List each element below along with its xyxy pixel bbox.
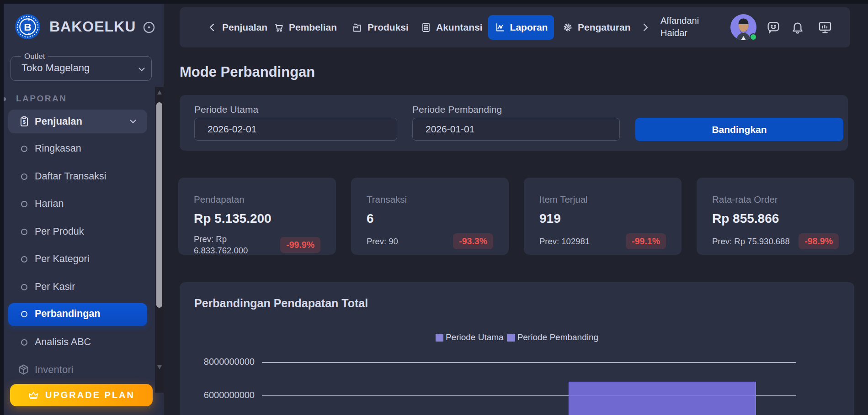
circle-bullet-icon: [21, 256, 27, 263]
sidebar-item-label: Harian: [35, 198, 64, 210]
stat-change-badge: -99.9%: [280, 237, 320, 253]
circle-bullet-icon: [21, 173, 27, 180]
legend-label: Periode Utama: [446, 332, 504, 342]
brand-logo-row: B BAKOELKU: [0, 13, 155, 41]
bar-periode-pembanding: [569, 382, 756, 415]
stat-prev: Prev: Rp 6.833.762.000: [194, 233, 276, 256]
chart-legend: Periode Utama Periode Pembanding: [180, 332, 854, 342]
stat-label: Rata-rata Order: [712, 194, 839, 205]
compare-button[interactable]: Bandingkan: [635, 118, 843, 141]
sidebar-item-analisis-abc[interactable]: Analisis ABC: [8, 331, 147, 353]
sidebar-item-per-produk[interactable]: Per Produk: [8, 221, 147, 243]
sidebar-item-daftar-transaksi[interactable]: Daftar Transaksi: [8, 166, 147, 188]
monitor-stats-icon[interactable]: [818, 20, 832, 35]
main-content: Penjualan Pembelian Produksi: [164, 0, 868, 415]
nav-item-label: Penjualan: [222, 22, 267, 33]
sidebar-collapse-icon[interactable]: [143, 21, 155, 34]
upgrade-plan-label: UPGRADE PLAN: [45, 390, 135, 400]
secondary-period-label: Periode Pembanding: [412, 104, 502, 115]
nav-item-label: Akuntansi: [436, 22, 483, 33]
chevron-left-icon: [207, 22, 218, 33]
legend-swatch-icon: [507, 334, 515, 341]
circle-bullet-icon: [21, 201, 27, 207]
sidebar-item-harian[interactable]: Harian: [8, 193, 147, 215]
stat-card-transaksi: Transaksi 6 Prev: 90 -93.3%: [351, 178, 509, 255]
stat-value: 6: [367, 211, 493, 226]
stat-change-badge: -93.3%: [453, 233, 493, 249]
stat-card-rata-rata-order: Rata-rata Order Rp 855.866 Prev: Rp 75.9…: [697, 178, 854, 255]
sidebar-item-per-kasir[interactable]: Per Kasir: [8, 276, 147, 298]
legend-item-periode-pembanding: Periode Pembanding: [507, 332, 598, 342]
legend-item-periode-utama: Periode Utama: [436, 332, 504, 342]
secondary-period-input[interactable]: [412, 118, 620, 141]
upgrade-plan-button[interactable]: UPGRADE PLAN: [10, 384, 153, 406]
chart-title: Perbandingan Pendapatan Total: [194, 297, 368, 310]
brand-name: BAKOELKU: [49, 18, 136, 35]
nav-item-label: Pembelian: [289, 22, 337, 33]
chevron-down-icon: [128, 116, 138, 126]
scrollbar-down-arrow[interactable]: [157, 365, 162, 369]
sidebar-item-per-kategori[interactable]: Per Kategori: [8, 248, 147, 270]
sidebar-item-ringkasan[interactable]: Ringkasan: [8, 138, 147, 160]
sidebar-item-penjualan[interactable]: $ Penjualan: [8, 110, 147, 133]
stat-card-item-terjual: Item Terjual 919 Prev: 102981 -99.1%: [524, 178, 682, 255]
brand-coin-icon: B: [15, 14, 41, 40]
sidebar-item-label: Daftar Transaksi: [35, 171, 107, 182]
outlet-value: Toko Magelang: [21, 62, 90, 74]
stat-change-badge: -99.1%: [626, 233, 666, 249]
stat-value: Rp 855.866: [712, 211, 839, 226]
online-status-dot: [750, 33, 757, 41]
compare-form-panel: Periode Utama Periode Pembanding Banding…: [180, 95, 848, 151]
nav-item-pembelian[interactable]: Pembelian: [273, 7, 337, 47]
sidebar: B BAKOELKU Outlet Toko Magelang LAPORAN …: [0, 0, 164, 415]
circle-bullet-icon: [21, 146, 27, 152]
circle-bullet-icon: [21, 229, 27, 235]
nav-item-pengaturan[interactable]: Pengaturan: [562, 7, 631, 47]
legend-label: Periode Pembanding: [517, 332, 598, 342]
circle-bullet-icon: [21, 284, 27, 290]
sidebar-item-inventori[interactable]: Inventori: [8, 359, 147, 381]
nav-item-akuntansi[interactable]: Akuntansi: [421, 7, 483, 47]
circle-bullet-icon: [21, 311, 27, 317]
window-edge-left: [0, 0, 4, 415]
scrollbar-up-arrow[interactable]: [157, 90, 162, 95]
legend-swatch-icon: [436, 334, 443, 341]
stat-label: Item Terjual: [539, 194, 666, 205]
nav-item-label: Pengaturan: [578, 22, 631, 33]
comparison-chart-card: Perbandingan Pendapatan Total Periode Ut…: [180, 282, 854, 415]
stat-value: 919: [539, 211, 666, 226]
user-name[interactable]: Affandani Haidar: [660, 15, 724, 39]
calculator-icon: [421, 22, 431, 33]
sidebar-item-label: Ringkasan: [35, 143, 81, 154]
user-name-line2: Haidar: [660, 27, 724, 39]
nav-item-label: Produksi: [367, 22, 409, 33]
avatar[interactable]: [730, 14, 756, 40]
stat-prev: Prev: 102981: [539, 236, 622, 247]
package-box-icon: [17, 363, 30, 376]
nav-item-laporan-active[interactable]: Laporan: [488, 15, 554, 40]
svg-text:B: B: [24, 21, 31, 33]
primary-period-input[interactable]: [194, 118, 397, 141]
stat-prev: Prev: Rp 75.930.688: [712, 236, 794, 247]
nav-item-label: Laporan: [510, 22, 548, 33]
sidebar-item-label: Per Produk: [35, 226, 84, 237]
stat-label: Pendapatan: [194, 194, 320, 205]
sidebar-item-label: Analisis ABC: [35, 336, 91, 348]
chevron-right-icon[interactable]: [640, 22, 651, 33]
stat-label: Transaksi: [367, 194, 493, 205]
window-edge-top: [0, 0, 868, 4]
nav-item-penjualan[interactable]: Penjualan: [207, 7, 267, 47]
sidebar-item-perbandingan[interactable]: Perbandingan: [8, 303, 147, 326]
gear-icon: [562, 22, 573, 33]
bell-icon[interactable]: [790, 20, 805, 35]
y-axis-tick: 6000000000: [196, 390, 255, 400]
chat-icon[interactable]: [766, 20, 781, 35]
sidebar-item-label: Per Kasir: [35, 281, 75, 293]
svg-text:$: $: [23, 119, 26, 125]
sidebar-item-label: Inventori: [35, 364, 73, 376]
line-chart-icon: [495, 22, 506, 33]
user-name-line1: Affandani: [660, 15, 724, 27]
sidebar-scrollbar-thumb[interactable]: [156, 102, 162, 308]
nav-item-produksi[interactable]: Produksi: [352, 7, 409, 47]
gridline: [262, 362, 796, 363]
